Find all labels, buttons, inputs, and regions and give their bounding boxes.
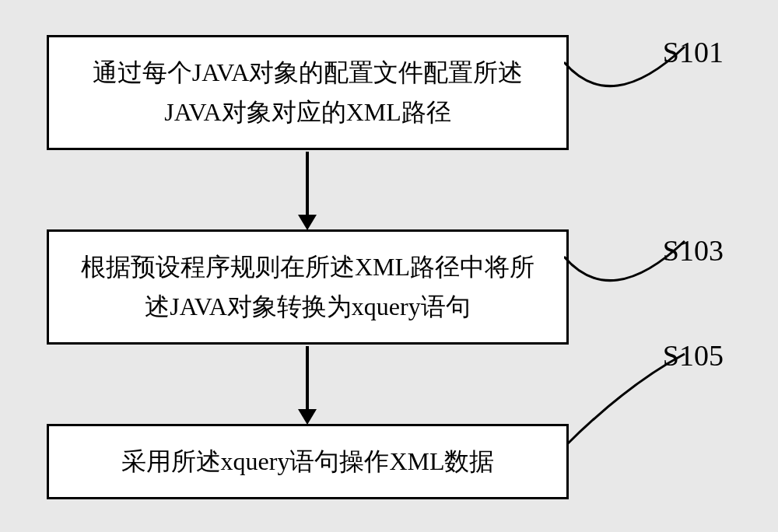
flowchart-step-2: 根据预设程序规则在所述XML路径中将所述JAVA对象转换为xquery语句 [47, 229, 569, 345]
flowchart-step-3: 采用所述xquery语句操作XML数据 [47, 424, 569, 499]
flowchart-step-1: 通过每个JAVA对象的配置文件配置所述JAVA对象对应的XML路径 [47, 35, 569, 150]
step-2-text: 根据预设程序规则在所述XML路径中将所述JAVA对象转换为xquery语句 [81, 253, 534, 320]
connector-curve-2 [564, 233, 689, 296]
step-1-text: 通过每个JAVA对象的配置文件配置所述JAVA对象对应的XML路径 [93, 58, 524, 126]
arrow-1-head [298, 215, 317, 230]
flowchart-container: 通过每个JAVA对象的配置文件配置所述JAVA对象对应的XML路径 S101 根… [0, 0, 778, 47]
connector-curve-1 [564, 39, 689, 101]
arrow-2-line [306, 346, 309, 412]
step-3-text: 采用所述xquery语句操作XML数据 [121, 447, 495, 475]
arrow-1-line [306, 152, 309, 218]
connector-curve-3 [564, 346, 689, 459]
arrow-2-head [298, 409, 317, 425]
